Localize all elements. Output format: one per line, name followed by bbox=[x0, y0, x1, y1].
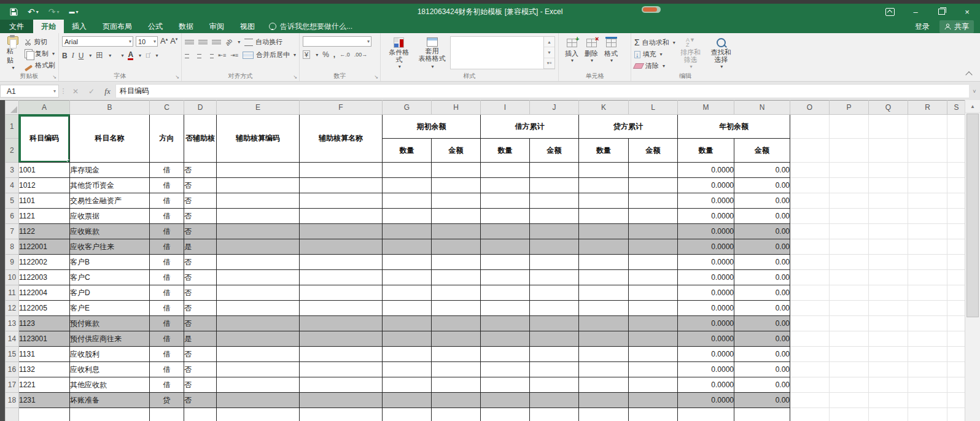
cell-G12[interactable] bbox=[383, 301, 432, 316]
collapse-ribbon-button[interactable] bbox=[965, 71, 972, 78]
cell-S13[interactable] bbox=[947, 316, 966, 331]
cell-R9[interactable] bbox=[908, 255, 947, 270]
cell-Q6[interactable] bbox=[869, 209, 908, 224]
cell-K6[interactable] bbox=[579, 209, 629, 224]
cell-H5[interactable] bbox=[432, 193, 481, 209]
conditional-formatting-button[interactable]: 条件格式▾ bbox=[384, 35, 414, 72]
cell-P6[interactable] bbox=[830, 209, 869, 224]
cell-K4[interactable] bbox=[579, 178, 629, 193]
cell-I18[interactable] bbox=[481, 393, 530, 408]
cell-D14[interactable]: 是 bbox=[184, 331, 217, 347]
cell-O14[interactable] bbox=[790, 331, 830, 347]
font-size-select[interactable]: 10▾ bbox=[136, 36, 158, 47]
row-header-4[interactable]: 4 bbox=[6, 178, 19, 193]
cell-F5[interactable] bbox=[300, 193, 383, 209]
cell-B13[interactable]: 预付账款 bbox=[70, 316, 150, 331]
cell-B1[interactable]: 科目名称 bbox=[70, 115, 150, 163]
underline-button[interactable]: U bbox=[79, 52, 84, 60]
cell-G6[interactable] bbox=[383, 209, 432, 224]
cell-L13[interactable] bbox=[629, 316, 678, 331]
cell-F3[interactable] bbox=[300, 163, 383, 178]
cell-E6[interactable] bbox=[217, 209, 300, 224]
cell-C8[interactable]: 借 bbox=[150, 239, 184, 255]
cell-O11[interactable] bbox=[790, 285, 830, 301]
column-header-O[interactable]: O bbox=[790, 101, 830, 115]
column-header-N[interactable]: N bbox=[734, 101, 790, 115]
row-header-1[interactable]: 1 bbox=[6, 115, 19, 139]
cell-F12[interactable] bbox=[300, 301, 383, 316]
cell-R3[interactable] bbox=[908, 163, 947, 178]
cell-B17[interactable]: 其他应收款 bbox=[70, 377, 150, 393]
cell-O17[interactable] bbox=[790, 377, 830, 393]
cell-N18[interactable]: 0.00 bbox=[734, 393, 790, 408]
cell-C15[interactable]: 借 bbox=[150, 347, 184, 362]
cell-E1[interactable]: 辅助核算编码 bbox=[217, 115, 300, 163]
column-header-C[interactable]: C bbox=[150, 101, 184, 115]
gallery-down-button[interactable]: ▼ bbox=[544, 47, 554, 58]
cell-D8[interactable]: 是 bbox=[184, 239, 217, 255]
cell-E13[interactable] bbox=[217, 316, 300, 331]
cell-P18[interactable] bbox=[830, 393, 869, 408]
cell-N5[interactable]: 0.00 bbox=[734, 193, 790, 209]
cell-K18[interactable] bbox=[579, 393, 629, 408]
cell-E7[interactable] bbox=[217, 224, 300, 239]
cell-E9[interactable] bbox=[217, 255, 300, 270]
cell-J5[interactable] bbox=[530, 193, 579, 209]
cell-F16[interactable] bbox=[300, 362, 383, 377]
cell-G2[interactable]: 数量 bbox=[383, 139, 432, 163]
cell-F18[interactable] bbox=[300, 393, 383, 408]
cell-L2[interactable]: 金额 bbox=[629, 139, 678, 163]
align-left-button[interactable] bbox=[185, 52, 192, 58]
cell-D11[interactable]: 否 bbox=[184, 285, 217, 301]
row-header-3[interactable]: 3 bbox=[6, 163, 19, 178]
cell-L10[interactable] bbox=[629, 270, 678, 285]
cell-R13[interactable] bbox=[908, 316, 947, 331]
cell-O9[interactable] bbox=[790, 255, 830, 270]
cell-I2[interactable]: 数量 bbox=[481, 139, 530, 163]
cell-O10[interactable] bbox=[790, 270, 830, 285]
cell-C11[interactable]: 借 bbox=[150, 285, 184, 301]
cell-M9[interactable]: 0.0000 bbox=[678, 255, 734, 270]
cell-B8[interactable]: 应收客户往来 bbox=[70, 239, 150, 255]
cell-Q7[interactable] bbox=[869, 224, 908, 239]
cell-S14[interactable] bbox=[947, 331, 966, 347]
cell-B3[interactable]: 库存现金 bbox=[70, 163, 150, 178]
cell-O13[interactable] bbox=[790, 316, 830, 331]
cell-C1[interactable]: 方向 bbox=[150, 115, 184, 163]
cell-E5[interactable] bbox=[217, 193, 300, 209]
row-header-15[interactable]: 15 bbox=[6, 347, 19, 362]
cell-J8[interactable] bbox=[530, 239, 579, 255]
cell-F15[interactable] bbox=[300, 347, 383, 362]
cell-N11[interactable]: 0.00 bbox=[734, 285, 790, 301]
save-icon[interactable] bbox=[10, 8, 18, 16]
cell-I5[interactable] bbox=[481, 193, 530, 209]
number-format-select[interactable]: ▾ bbox=[303, 36, 371, 47]
cell-O5[interactable] bbox=[790, 193, 830, 209]
number-dialog-launcher[interactable]: ↘ bbox=[374, 74, 378, 80]
cell-K11[interactable] bbox=[579, 285, 629, 301]
column-header-H[interactable]: H bbox=[432, 101, 481, 115]
namebox-splitter[interactable]: ⋮ bbox=[59, 87, 68, 95]
cell-M8[interactable]: 0.0000 bbox=[678, 239, 734, 255]
row-header-14[interactable]: 14 bbox=[6, 331, 19, 347]
cell-O19[interactable] bbox=[790, 408, 830, 421]
cell-M11[interactable]: 0.0000 bbox=[678, 285, 734, 301]
cell-H14[interactable] bbox=[432, 331, 481, 347]
decrease-indent-button[interactable]: ⇤≡ bbox=[218, 52, 226, 58]
cell-M10[interactable]: 0.0000 bbox=[678, 270, 734, 285]
cell-H10[interactable] bbox=[432, 270, 481, 285]
cell-L9[interactable] bbox=[629, 255, 678, 270]
fill-button[interactable]: ↓填充 ▾ bbox=[634, 50, 675, 59]
cell-O16[interactable] bbox=[790, 362, 830, 377]
cell-P12[interactable] bbox=[830, 301, 869, 316]
cell-A3[interactable]: 1001 bbox=[19, 163, 70, 178]
cell-A15[interactable]: 1131 bbox=[19, 347, 70, 362]
cell-H8[interactable] bbox=[432, 239, 481, 255]
cell-A4[interactable]: 1012 bbox=[19, 178, 70, 193]
cell-F14[interactable] bbox=[300, 331, 383, 347]
gallery-up-button[interactable]: ▲ bbox=[544, 37, 554, 47]
column-header-Q[interactable]: Q bbox=[869, 101, 908, 115]
cell-H17[interactable] bbox=[432, 377, 481, 393]
cell-D1[interactable]: 否辅助核 bbox=[184, 115, 217, 163]
cell-P16[interactable] bbox=[830, 362, 869, 377]
